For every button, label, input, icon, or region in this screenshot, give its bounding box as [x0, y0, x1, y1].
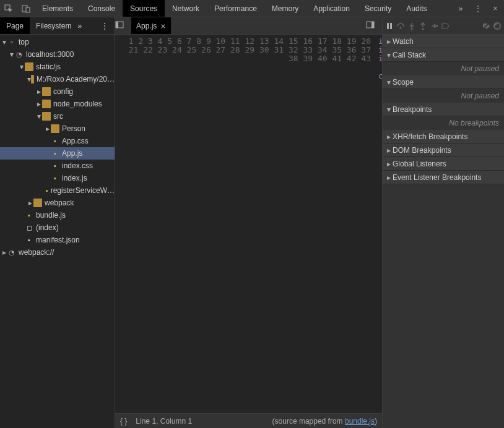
panel-label: Breakpoints	[393, 105, 432, 114]
menu-icon[interactable]: ⋮	[469, 0, 487, 17]
deactivate-breakpoints-icon[interactable]	[441, 22, 450, 30]
navigator-overflow-icon[interactable]: »	[77, 22, 91, 30]
debug-panel-breakpoints[interactable]: ▾Breakpoints	[383, 103, 504, 116]
tree-node[interactable]: ▾src	[0, 110, 115, 122]
show-navigator-icon[interactable]	[115, 20, 131, 31]
debug-panel-event-listener-breakpoints[interactable]: ▸Event Listener Breakpoints	[383, 171, 504, 184]
tree-label: node_modules	[53, 100, 102, 108]
tree-node[interactable]: ▾static/js	[0, 61, 115, 73]
show-debugger-icon[interactable]	[366, 20, 382, 31]
line-gutter: 1 2 3 4 5 6 7 8 9 10 11 12 13 14 15 16 1…	[115, 35, 375, 413]
debug-panel-global-listeners[interactable]: ▸Global Listeners	[383, 157, 504, 171]
async-icon[interactable]	[493, 22, 502, 30]
cursor-position: Line 1, Column 1	[136, 417, 192, 426]
tab-network[interactable]: Network	[165, 0, 207, 17]
tree-node[interactable]: ▪bundle.js	[0, 209, 115, 221]
tabs-overflow-icon[interactable]: »	[452, 0, 469, 17]
tree-node[interactable]: ▪index.js	[0, 172, 115, 184]
svg-point-11	[422, 28, 424, 30]
tab-performance[interactable]: Performance	[207, 0, 264, 17]
navigator-tab-page[interactable]: Page	[0, 17, 30, 34]
tree-label: index.js	[62, 174, 87, 182]
panel-label: Watch	[393, 37, 414, 46]
editor-tab-appjs[interactable]: App.js ×	[131, 17, 171, 34]
editor-panel: App.js × 1 2 3 4 5 6 7 8 9 10 11 12 13 1…	[115, 17, 383, 428]
tree-node[interactable]: ▪manifest.json	[0, 234, 115, 246]
tab-memory[interactable]: Memory	[264, 0, 306, 17]
bundle-link[interactable]: bundle.js	[345, 417, 375, 426]
code-editor[interactable]: 1 2 3 4 5 6 7 8 9 10 11 12 13 14 15 16 1…	[115, 35, 382, 413]
tab-elements[interactable]: Elements	[35, 0, 80, 17]
tree-node[interactable]: ▸webpack	[0, 197, 115, 209]
debug-panel-watch[interactable]: ▸Watch	[383, 35, 504, 48]
tree-node[interactable]: ▸node_modules	[0, 98, 115, 110]
svg-point-12	[437, 25, 438, 27]
tree-node[interactable]: ▾M:/Roxo Academy/20…	[0, 73, 115, 85]
close-icon[interactable]: ×	[487, 0, 504, 17]
tree-top[interactable]: ▾▫top	[0, 36, 115, 48]
tree-label: index.css	[62, 161, 93, 170]
tree-label: App.css	[62, 137, 89, 145]
tree-origin[interactable]: ▾◔localhost:3000	[0, 48, 115, 61]
tree-node[interactable]: ▪registerServiceW…	[0, 184, 115, 197]
tab-application[interactable]: Application	[306, 0, 357, 17]
tab-security[interactable]: Security	[357, 0, 399, 17]
panel-label: Call Stack	[393, 51, 426, 59]
debug-panel-dom-breakpoints[interactable]: ▸DOM Breakpoints	[383, 143, 504, 157]
panel-label: Global Listeners	[393, 160, 446, 168]
debugger-panel: ▸Watch▾Call StackNot paused▾ScopeNot pau…	[383, 17, 504, 428]
svg-rect-4	[116, 22, 118, 28]
debug-panel-call-stack[interactable]: ▾Call Stack	[383, 48, 504, 62]
step-into-icon[interactable]	[407, 22, 416, 30]
navigator-tab-filesystem[interactable]: Filesystem	[30, 17, 77, 34]
svg-point-9	[400, 27, 402, 28]
tree-label: bundle.js	[36, 211, 66, 220]
step-icon[interactable]	[430, 22, 438, 30]
tree-node[interactable]: ▸Person	[0, 122, 115, 135]
tree-label: config	[53, 87, 73, 96]
debugger-toolbar	[383, 17, 504, 35]
editor-status-bar: { } Line 1, Column 1 (source mapped from…	[115, 413, 382, 428]
panel-label: XHR/fetch Breakpoints	[393, 132, 467, 141]
tree-node[interactable]: ▪App.js	[0, 147, 115, 160]
source-map-info: (source mapped from bundle.js)	[272, 417, 377, 426]
svg-rect-2	[26, 7, 30, 12]
device-toggle-icon[interactable]	[17, 0, 35, 17]
panel-label: Scope	[393, 78, 414, 87]
tab-console[interactable]: Console	[80, 0, 123, 17]
panel-label: Event Listener Breakpoints	[393, 173, 481, 182]
tree-label: Person	[62, 124, 85, 133]
step-over-icon[interactable]	[396, 22, 405, 30]
tree-label: (index)	[36, 223, 59, 232]
step-out-icon[interactable]	[419, 22, 427, 30]
tree-node[interactable]: ▪index.css	[0, 160, 115, 172]
tree-node[interactable]: ▪App.css	[0, 135, 115, 147]
editor-tab-label: App.js	[136, 22, 157, 30]
tree-label: src	[53, 112, 63, 121]
panel-body: No breakpoints	[383, 116, 504, 130]
braces-icon[interactable]: { }	[120, 417, 127, 426]
panel-body: Not paused	[383, 89, 504, 103]
debug-panel-scope[interactable]: ▾Scope	[383, 75, 504, 89]
svg-rect-15	[495, 24, 497, 25]
tab-audits[interactable]: Audits	[399, 0, 434, 17]
pause-on-exceptions-icon[interactable]	[482, 22, 490, 30]
svg-rect-8	[390, 23, 392, 29]
close-tab-icon[interactable]: ×	[160, 21, 165, 31]
tab-sources[interactable]: Sources	[123, 0, 165, 17]
svg-point-10	[411, 28, 413, 30]
code-content[interactable]: import React, { Component } from 'react'…	[375, 35, 382, 413]
top-tabs: ElementsConsoleSourcesNetworkPerformance…	[35, 0, 452, 17]
tree-label: static/js	[36, 62, 61, 71]
tree-node[interactable]: ▸config	[0, 85, 115, 98]
svg-rect-6	[371, 22, 374, 28]
file-tree[interactable]: ▾▫top▾◔localhost:3000▾static/js▾M:/Roxo …	[0, 35, 115, 428]
debug-panel-xhr-fetch-breakpoints[interactable]: ▸XHR/fetch Breakpoints	[383, 130, 504, 143]
tree-node[interactable]: ◻(index)	[0, 221, 115, 234]
devtools-toolbar: ElementsConsoleSourcesNetworkPerformance…	[0, 0, 504, 17]
navigator-menu-icon[interactable]: ⋮	[101, 22, 115, 30]
inspect-icon[interactable]	[0, 0, 17, 17]
panel-body: Not paused	[383, 62, 504, 75]
tree-webpack[interactable]: ▸◔webpack://	[0, 246, 115, 259]
pause-icon[interactable]	[385, 22, 394, 30]
